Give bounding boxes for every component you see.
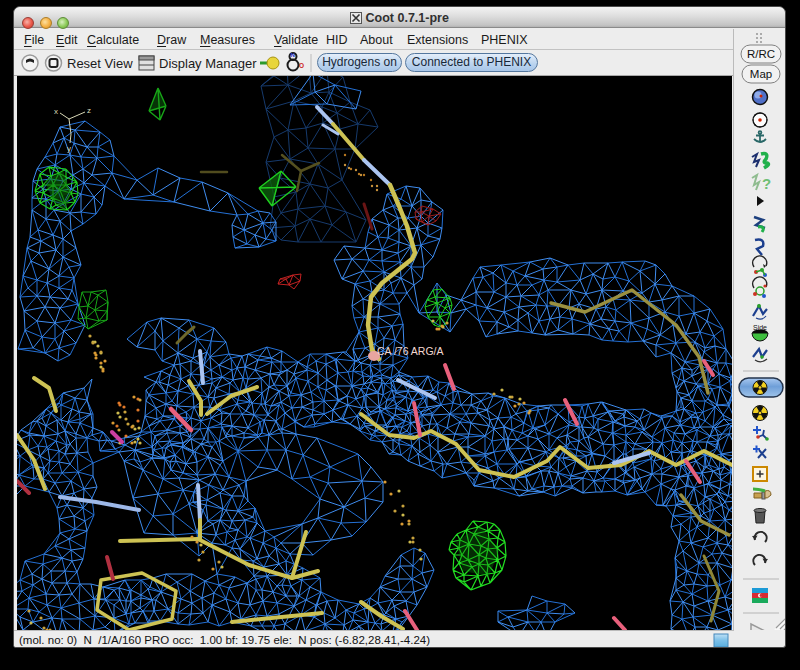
svg-text:N: N bbox=[291, 52, 295, 58]
svg-text:CA /76 ARG/A: CA /76 ARG/A bbox=[377, 345, 444, 357]
svg-text:Map: Map bbox=[750, 68, 772, 80]
svg-text:?: ? bbox=[762, 175, 771, 192]
svg-text:x: x bbox=[54, 107, 58, 116]
svg-text:O: O bbox=[299, 62, 304, 69]
svg-text:y: y bbox=[67, 144, 71, 153]
svg-text:z: z bbox=[87, 106, 91, 115]
svg-text:R/RC: R/RC bbox=[747, 48, 775, 60]
